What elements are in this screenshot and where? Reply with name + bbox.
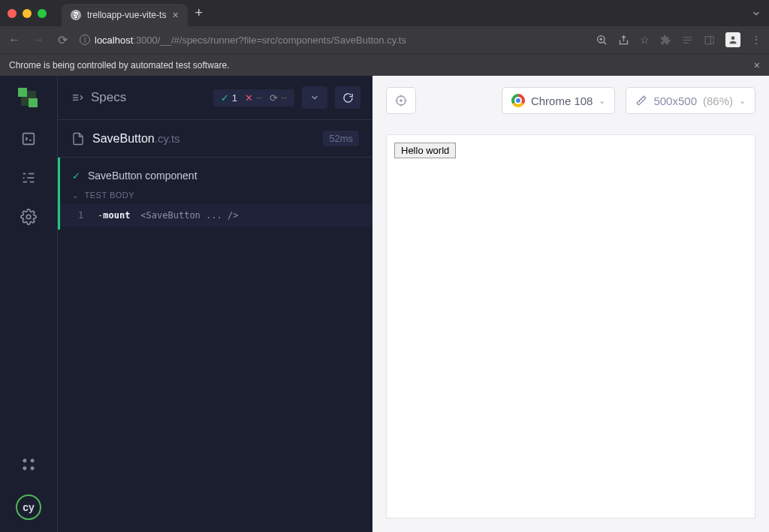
stat-failed: ✕--	[245, 92, 262, 104]
browser-selector[interactable]: Chrome 108 ⌄	[502, 87, 616, 114]
svg-point-31	[400, 100, 402, 101]
test-title: SaveButton component	[88, 170, 198, 182]
chrome-tab-strip: cy trelloapp-vue-vite-ts × +	[0, 0, 769, 26]
spec-file-row[interactable]: SaveButton.cy.ts 52ms	[58, 119, 372, 158]
side-panel-icon[interactable]	[704, 35, 715, 46]
profile-avatar-icon[interactable]	[725, 32, 740, 47]
collapse-tests-button[interactable]	[302, 86, 327, 109]
kebab-menu-icon[interactable]: ⋮	[751, 34, 761, 46]
svg-rect-10	[23, 134, 35, 145]
bookmark-star-icon[interactable]: ☆	[640, 34, 650, 46]
stat-passed: ✓1	[221, 92, 237, 104]
back-button[interactable]: ←	[8, 33, 21, 47]
window-controls	[8, 9, 47, 18]
command-args: <SaveButton ... />	[140, 210, 238, 221]
url-host: localhost	[95, 35, 133, 46]
spec-duration: 52ms	[323, 131, 359, 146]
aut-canvas: Hello world	[372, 125, 769, 532]
rerun-button[interactable]	[335, 86, 360, 109]
command-number: 1	[78, 210, 87, 221]
tabs-overflow-icon[interactable]	[751, 8, 761, 19]
test-block: ✓ SaveButton component ⌄ TEST BODY 1 -mo…	[58, 158, 372, 230]
spec-file-name: SaveButton	[92, 132, 155, 146]
address-bar[interactable]: i localhost:3000/__/#/specs/runner?file=…	[80, 35, 585, 46]
cypress-sidebar: cy	[0, 76, 57, 532]
aut-toolbar: Chrome 108 ⌄ 500x500 (86%) ⌄	[372, 76, 769, 125]
rendered-component-button[interactable]: Hello world	[394, 143, 456, 158]
sidebar-specs-icon[interactable]	[20, 130, 38, 148]
maximize-window-icon[interactable]	[38, 9, 47, 18]
chevron-down-icon: ⌄	[739, 96, 746, 106]
browser-label: Chrome 108	[531, 95, 593, 107]
banner-close-icon[interactable]: ×	[754, 59, 760, 71]
chrome-toolbar: ← → ⟳ i localhost:3000/__/#/specs/runner…	[0, 26, 769, 53]
selector-playground-button[interactable]	[386, 87, 416, 114]
cypress-app: cy Specs ✓1 ✕-- ⟳-- SaveButton.c	[0, 76, 769, 532]
command-row[interactable]: 1 -mount <SaveButton ... />	[60, 204, 372, 227]
chevron-down-icon: ⌄	[599, 96, 605, 106]
chrome-logo-icon	[511, 94, 525, 107]
zoom-icon[interactable]	[596, 34, 608, 46]
sidebar-settings-icon[interactable]	[20, 208, 38, 226]
aut-panel: Chrome 108 ⌄ 500x500 (86%) ⌄ Hello world	[372, 76, 769, 532]
browser-tab[interactable]: cy trelloapp-vue-vite-ts ×	[62, 4, 188, 26]
url-port: :3000	[133, 35, 158, 46]
tab-title: trelloapp-vue-vite-ts	[87, 10, 166, 20]
svg-line-1	[604, 42, 606, 44]
aut-iframe: Hello world	[386, 134, 755, 518]
cypress-logo-icon[interactable]: cy	[16, 494, 41, 520]
specs-title: Specs	[91, 90, 206, 105]
chevron-down-icon: ⌄	[72, 191, 79, 200]
svg-rect-7	[705, 36, 713, 44]
share-icon[interactable]	[618, 35, 629, 46]
forward-button: →	[32, 33, 45, 47]
viewport-size: 500x500	[653, 95, 697, 107]
automation-banner-text: Chrome is being controlled by automated …	[9, 60, 229, 71]
file-icon	[71, 132, 85, 146]
command-name: mount	[103, 210, 130, 221]
viewport-selector[interactable]: 500x500 (86%) ⌄	[626, 87, 755, 114]
test-row[interactable]: ✓ SaveButton component	[60, 165, 372, 186]
svg-point-18	[26, 215, 31, 219]
cypress-project-logo[interactable]	[18, 88, 39, 109]
close-window-icon[interactable]	[8, 9, 17, 18]
reporter-panel: Specs ✓1 ✕-- ⟳-- SaveButton.cy.ts 52ms ✓	[57, 76, 372, 532]
stat-pending: ⟳--	[270, 92, 287, 104]
viewport-scale: (86%)	[703, 95, 733, 107]
extensions-icon[interactable]	[660, 35, 671, 46]
svg-point-9	[731, 36, 735, 40]
site-info-icon[interactable]: i	[80, 35, 90, 45]
specs-expand-icon[interactable]	[71, 92, 83, 104]
automation-banner: Chrome is being controlled by automated …	[0, 53, 769, 76]
minimize-window-icon[interactable]	[23, 9, 32, 18]
reload-button[interactable]: ⟳	[56, 33, 69, 47]
url-path: /__/#/specs/runner?file=src/components/S…	[158, 35, 406, 46]
tab-favicon-icon: cy	[71, 10, 81, 20]
test-stats: ✓1 ✕-- ⟳--	[213, 89, 294, 107]
reporter-header: Specs ✓1 ✕-- ⟳--	[58, 76, 372, 119]
check-icon: ✓	[72, 170, 80, 182]
sidebar-keyboard-icon[interactable]	[20, 455, 38, 473]
test-body-label[interactable]: ⌄ TEST BODY	[60, 186, 372, 204]
spec-file-ext: .cy.ts	[155, 132, 180, 145]
ruler-icon	[635, 95, 647, 107]
tab-close-icon[interactable]: ×	[172, 9, 178, 21]
sidebar-runs-icon[interactable]	[20, 169, 38, 187]
toolbar-actions: ☆ ⋮	[596, 32, 761, 47]
reading-list-icon[interactable]	[682, 35, 693, 46]
new-tab-button[interactable]: +	[195, 5, 204, 21]
